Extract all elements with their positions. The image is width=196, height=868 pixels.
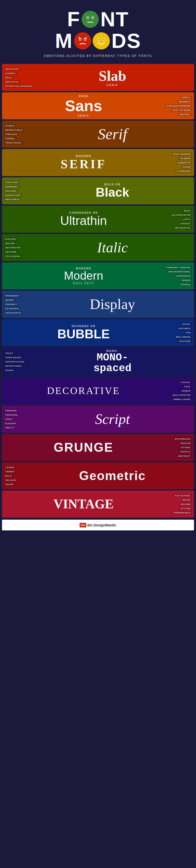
- tag-fun: FUN: [185, 331, 192, 334]
- tag-pretty: PRETTY: [4, 426, 16, 429]
- footer: dm dm DesignMantic: [2, 520, 194, 530]
- page-header: F NT M: [0, 0, 196, 63]
- modern-font-name: Modern: [64, 270, 103, 281]
- card-sans: SansSansSERIFSIMPLESENSIBLESTRAIGHTFORWA…: [2, 92, 194, 119]
- card-italic: DISTINCTMOTIONDECORATIVEGESTURECOLLOQUIA…: [2, 234, 194, 261]
- ultrathin-center: CONDENSED ORUltrathin: [2, 206, 165, 233]
- tag-jovial: JOVIAL: [181, 322, 192, 326]
- geometric-center: Geometric: [31, 462, 194, 489]
- tag-bold: BOLD: [4, 76, 13, 79]
- tag-busy: BUSY: [183, 209, 192, 212]
- tag-traditional: TRADITIONAL: [4, 141, 23, 145]
- tag-eccentric: ECCENTRIC: [4, 307, 21, 310]
- tag-gesture: GESTURE: [4, 250, 18, 253]
- tag-luxurious: LUXURIOUS: [175, 169, 192, 173]
- script-center: Script: [31, 406, 194, 433]
- tag-easy-to-read: EASY TO READ: [171, 108, 192, 112]
- display-tags-left: PROMINENTQUIRKYFRIENDLYECCENTRICCHIVALRO…: [2, 291, 31, 318]
- modern-serif-center: MODERNSERIF: [2, 149, 165, 176]
- display-center: Display: [31, 291, 194, 318]
- footer-brand: dm dm DesignMantic: [80, 523, 116, 527]
- card-mono: TECHYCODE-BASEDSOPHISTICATEDEXCEPTIONALE…: [2, 347, 194, 376]
- tag-reputable: REPUTABLE: [4, 198, 21, 201]
- tag-stylish: STYLISH: [179, 507, 192, 510]
- modern-sub: Sans Serif: [73, 281, 94, 285]
- bubble-font-name: BUBBLE: [57, 328, 110, 341]
- display-font-name: Display: [90, 297, 135, 312]
- bubble-center: ROUNDED ORBUBBLE: [2, 319, 165, 346]
- tag-corporate: CORPORATE: [174, 274, 192, 278]
- bold-tags-left: STOPOVERDOMINANTGALLANTSIGNIFICANTREPUTA…: [2, 177, 31, 205]
- tag-exciting: EXCITING: [178, 340, 192, 343]
- slab-sublabel: SERIF: [107, 84, 118, 87]
- vintage-center: VINTAGE: [2, 491, 165, 518]
- tag-edged: EDGED: [4, 369, 15, 372]
- card-modern: ModernModernSans SerifFORWARD THINKINGUN…: [2, 262, 194, 289]
- bubble-tags-right: JOVIALSOCIABLEFUNWELCOMINGEXCITING: [165, 319, 194, 346]
- geometric-tags-left: CANDIDTRENDYBOLDOBLIQUESHARP: [2, 462, 31, 489]
- tag-remarkable: REMARKABLE: [173, 511, 192, 515]
- tag-high-fashion: HIGH FASHION: [172, 153, 192, 156]
- card-bubble: ROUNDED ORBUBBLEJOVIALSOCIABLEFUNWELCOMI…: [2, 319, 194, 346]
- tag-exquisite: EXQUISITE: [176, 161, 192, 164]
- card-geometric: CANDIDTRENDYBOLDOBLIQUESHARPGeometric: [2, 462, 194, 489]
- serif-center: Serif: [31, 121, 194, 148]
- tag-candid: CANDID: [4, 466, 16, 469]
- vintage-font-name: VINTAGE: [54, 497, 114, 511]
- slab-tags-left: IMPORTANTEVIDENTBOLDIMPACTFULATTENTION-G…: [2, 64, 31, 91]
- tag-gallant: GALLANT: [4, 189, 18, 193]
- card-ultrathin: CONDENSED ORUltrathinBUSYAUTHORITATIVELO…: [2, 206, 194, 233]
- tag-quirky: QUIRKY: [4, 299, 16, 302]
- tag-exceptional: EXCEPTIONAL: [4, 364, 24, 368]
- modern-serif-font-name: SERIF: [61, 157, 106, 171]
- tag-glamor: GLAMOR: [179, 157, 192, 160]
- tag-cryptic: CRYPTIC: [179, 450, 192, 454]
- card-slab: IMPORTANTEVIDENTBOLDIMPACTFULATTENTION-G…: [2, 64, 194, 91]
- tag-dominant: DOMINANT: [4, 185, 19, 188]
- script-font-name: Script: [95, 411, 130, 427]
- svg-point-10: [85, 39, 86, 40]
- sans-tags-right: SIMPLESENSIBLESTRAIGHTFORWARDEASY TO REA…: [165, 92, 194, 119]
- tag-friendly: FRIENDLY: [4, 303, 18, 306]
- card-modern-serif: MODERNSERIFHIGH FASHIONGLAMOREXQUISITECL…: [2, 149, 194, 176]
- tag-impactful: IMPACTFUL: [4, 80, 20, 84]
- slab-center: SlabSERIF: [31, 64, 194, 91]
- tag-significant: SIGNIFICANT: [4, 194, 22, 197]
- tag-chivalrous: CHIVALROUS: [4, 311, 22, 314]
- vintage-tags-right: OLD-SCHOOLRETROSOLEMNSTYLISHREMARKABLE: [165, 491, 194, 518]
- tag-stopover: STOPOVER: [4, 181, 20, 184]
- tag-legible: LEGIBLE: [179, 283, 192, 286]
- card-bold: STOPOVERDOMINANTGALLANTSIGNIFICANTREPUTA…: [2, 177, 194, 205]
- sans-sublabel: SERIF: [78, 114, 89, 117]
- tag-distinct: DISTINCT: [4, 238, 18, 241]
- title-m: M: [55, 29, 73, 53]
- tag-sensible: SENSIBLE: [177, 100, 192, 103]
- tag-important: IMPORTANT: [4, 67, 21, 71]
- ultrathin-font-name: Ultrathin: [60, 214, 107, 227]
- card-serif: STABLERESPECTABLETIMELESSFORMALTRADITION…: [2, 121, 194, 148]
- title-ds: DS: [111, 29, 141, 53]
- svg-point-17: [103, 39, 105, 40]
- tag-sharp: SHARP: [4, 483, 15, 486]
- tag-bold: BOLD: [4, 474, 13, 477]
- svg-point-4: [92, 17, 93, 18]
- tag-unique: UNIQUE: [180, 389, 192, 393]
- tag-clean: CLEAN: [181, 165, 192, 168]
- slab-font-name: Slab: [99, 68, 127, 84]
- sans-center: SansSansSERIF: [2, 92, 165, 119]
- svg-point-9: [80, 39, 81, 40]
- italic-center: Italic: [31, 234, 194, 261]
- modern-serif-tags-right: HIGH FASHIONGLAMOREXQUISITECLEANLUXURIOU…: [165, 149, 194, 176]
- script-tags-left: FEMININEPERSONALFANCYELEGANTPRETTY: [2, 406, 31, 433]
- tag-trendy: TRENDY: [4, 470, 16, 473]
- tag-mysterious: MYSTERIOUS: [174, 437, 192, 441]
- tag-motion: MOTION: [4, 242, 16, 245]
- bold-font-name: Black: [96, 186, 129, 199]
- tag-unconventional: UNCONVENTIONAL: [167, 270, 192, 273]
- emoji-happy: [93, 32, 110, 50]
- tag-decorative: DECORATIVE: [4, 246, 22, 249]
- tag-techy: TECHY: [4, 351, 15, 355]
- tag-prominent: PROMINENT: [4, 294, 21, 298]
- tag-feminine: FEMININE: [4, 409, 18, 412]
- serif-font-name: Serif: [98, 126, 127, 142]
